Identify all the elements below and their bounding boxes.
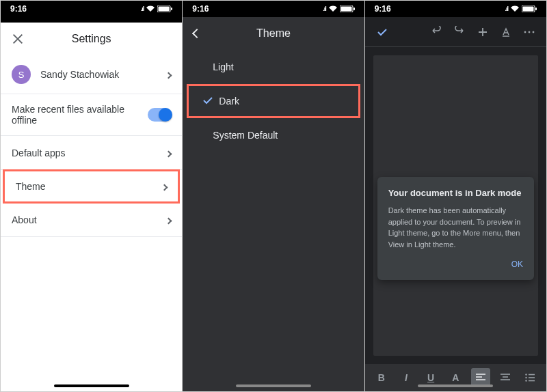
home-indicator[interactable] [418,384,493,387]
wifi-icon [510,5,520,12]
phone-settings: 9:16 .ıl Settings S Sandy Stachowiak Mak… [1,1,182,391]
battery-icon [340,5,355,12]
offline-label: Make recent files available offline [12,104,148,126]
status-indicators: .ıl [323,5,355,12]
cellular-icon: .ıl [505,5,508,12]
battery-icon [157,5,172,12]
status-bar: 9:16 .ıl [183,1,364,17]
theme-option-dark[interactable]: Dark [187,84,360,118]
dark-mode-popup: Your document is in Dark mode Dark theme… [377,177,534,280]
svg-point-19 [525,374,526,375]
status-time: 9:16 [375,4,391,14]
status-time: 9:16 [192,4,209,14]
editor-toolbar [365,17,546,47]
bullet-list-button[interactable] [520,368,539,387]
svg-point-11 [529,31,531,33]
battery-icon [522,5,537,12]
chevron-right-icon [166,69,171,80]
page-title: Theme [183,27,364,40]
done-check-icon[interactable] [372,22,392,42]
status-indicators: .ıl [505,5,537,12]
default-apps-row[interactable]: Default apps [1,136,182,170]
theme-header: Theme [183,17,364,50]
wifi-icon [146,5,155,12]
status-bar: 9:16 .ıl [1,1,182,17]
insert-plus-icon[interactable] [472,22,493,42]
theme-row[interactable]: Theme [3,169,180,204]
svg-rect-8 [535,8,537,10]
status-time: 9:16 [10,4,27,14]
document-canvas[interactable]: Your document is in Dark mode Dark theme… [365,47,546,364]
account-name: Sandy Stachowiak [40,69,119,80]
home-indicator[interactable] [236,384,311,387]
three-phone-comparison: 9:16 .ıl Settings S Sandy Stachowiak Mak… [0,0,547,392]
svg-point-21 [525,377,526,378]
check-icon [202,95,213,108]
popup-body: Dark theme has been automatically applie… [388,205,523,250]
home-indicator[interactable] [54,384,129,387]
status-bar: 9:16 .ıl [365,1,546,17]
about-label: About [12,214,37,225]
theme-label: Theme [16,181,46,192]
cellular-icon: .ıl [323,5,326,12]
phone-theme: 9:16 .ıl Theme Light Dark System Default [182,1,364,391]
avatar: S [12,65,31,84]
svg-point-12 [533,31,535,33]
undo-icon[interactable] [426,22,446,42]
theme-option-light[interactable]: Light [183,50,364,84]
svg-rect-2 [171,8,172,10]
cellular-icon: .ıl [141,5,144,12]
settings-header: Settings [1,23,182,55]
text-format-icon[interactable] [496,22,516,42]
chevron-right-icon [166,148,171,158]
format-toolbar: B I U A [365,364,546,391]
account-row[interactable]: S Sandy Stachowiak [1,55,182,94]
svg-point-10 [524,31,526,33]
svg-rect-7 [522,7,533,12]
italic-button[interactable]: I [397,368,416,387]
chevron-right-icon [162,181,167,192]
bold-button[interactable]: B [372,368,391,387]
about-row[interactable]: About [1,203,182,237]
status-indicators: .ıl [141,5,173,12]
theme-option-system[interactable]: System Default [183,118,364,152]
sheet-handle-area [1,17,182,23]
chevron-right-icon [166,214,171,225]
close-icon[interactable] [12,33,24,45]
default-apps-label: Default apps [12,148,66,158]
svg-rect-1 [159,7,170,12]
svg-rect-4 [341,7,351,12]
offline-toggle-row[interactable]: Make recent files available offline [1,94,182,136]
svg-rect-5 [353,8,355,10]
wifi-icon [328,5,338,12]
align-center-button[interactable] [496,368,515,387]
page-title: Settings [1,33,182,45]
popup-ok-button[interactable]: OK [388,260,523,269]
phone-document: 9:16 .ıl Your document is in Dark mode D… [364,1,546,391]
redo-icon[interactable] [449,22,470,42]
option-label: Light [213,61,233,72]
more-menu-icon[interactable] [519,22,539,42]
popup-title: Your document is in Dark mode [388,188,523,198]
offline-toggle[interactable] [148,108,172,122]
option-label: Dark [219,96,239,107]
svg-point-23 [525,380,526,381]
option-label: System Default [213,130,278,141]
